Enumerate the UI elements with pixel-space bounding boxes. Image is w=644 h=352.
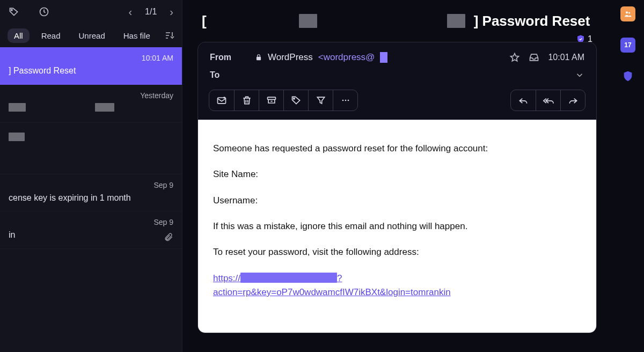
to-label: To <box>210 70 250 80</box>
svg-point-10 <box>626 11 628 13</box>
message-time: Sep 9 <box>9 181 173 189</box>
action-group-right <box>510 90 586 111</box>
redacted-segment <box>240 273 337 283</box>
delete-button[interactable] <box>234 90 259 111</box>
message-time: Sep 9 <box>9 218 173 226</box>
expand-recipients-button[interactable] <box>575 70 584 80</box>
message-time: 10:01 AM <box>548 53 584 62</box>
archive-button[interactable] <box>259 90 283 111</box>
pager: ‹ 1/1 › <box>128 6 173 18</box>
message-time: 10:01 AM <box>9 54 173 62</box>
svg-point-11 <box>628 12 630 13</box>
from-name: WordPress <box>268 52 313 63</box>
forward-button[interactable] <box>560 90 585 111</box>
link-line2: action=rp&key=oP7w0wdwamcfIW7ikBXt&login… <box>213 287 451 297</box>
body-paragraph: Username: <box>213 194 581 208</box>
clock-icon[interactable] <box>39 6 49 17</box>
filter-read[interactable]: Read <box>35 28 67 43</box>
svg-point-6 <box>293 98 294 99</box>
subject-bar: [ ] Password Reset <box>197 0 597 42</box>
filter-button[interactable] <box>308 90 333 111</box>
message-body: Someone has requested a password reset f… <box>198 120 596 333</box>
app-rail: 17 <box>612 0 644 352</box>
message-list-pane: ‹ 1/1 › All Read Unread Has file 10:01 A… <box>0 0 182 352</box>
svg-point-8 <box>345 100 346 101</box>
message-subject: in <box>9 230 173 241</box>
svg-point-4 <box>223 97 225 99</box>
header-meta: 10:01 AM <box>509 52 584 63</box>
action-group-left <box>209 90 358 111</box>
star-button[interactable] <box>509 52 520 63</box>
lock-icon <box>255 53 262 62</box>
message-subject: cense key is expiring in 1 month <box>9 193 173 204</box>
reply-all-button[interactable] <box>536 90 560 111</box>
link-suffix1: ? <box>337 273 342 283</box>
body-paragraph: Site Name: <box>213 167 581 181</box>
security-rail-button[interactable] <box>620 69 635 84</box>
attachment-icon <box>164 232 173 242</box>
calendar-rail-button[interactable]: 17 <box>620 38 635 53</box>
svg-point-7 <box>342 100 343 101</box>
from-label: From <box>210 53 250 62</box>
body-paragraph: If this was a mistake, ignore this email… <box>213 219 581 233</box>
reply-button[interactable] <box>511 90 536 111</box>
prev-page-button[interactable]: ‹ <box>128 6 132 18</box>
reset-link[interactable]: https://?action=rp&key=oP7w0wdwamcfIW7ik… <box>213 272 581 300</box>
message-list: 10:01 AM ] Password Reset Yesterday Sep … <box>0 47 182 352</box>
message-card: From WordPress <wordpress@ 10:01 AM <box>197 42 597 333</box>
label-button[interactable] <box>283 90 308 111</box>
message-item[interactable]: Sep 9 in <box>0 211 182 249</box>
from-value[interactable]: WordPress <wordpress@ <box>255 52 504 63</box>
svg-rect-2 <box>257 57 261 60</box>
svg-point-0 <box>11 10 12 11</box>
list-topbar: ‹ 1/1 › <box>0 0 182 24</box>
calendar-date: 17 <box>624 41 631 49</box>
message-item[interactable]: Yesterday <box>0 85 182 123</box>
message-item[interactable]: Sep 9 cense key is expiring in 1 month <box>0 174 182 212</box>
message-item[interactable]: 10:01 AM ] Password Reset <box>0 47 182 85</box>
filter-all[interactable]: All <box>8 28 30 43</box>
message-subject <box>9 133 173 144</box>
svg-point-9 <box>347 100 349 101</box>
page-indicator: 1/1 <box>145 7 157 17</box>
filter-bar: All Read Unread Has file <box>0 24 182 47</box>
message-toolbar <box>198 87 596 120</box>
from-address-prefix: <wordpress@ <box>318 52 375 63</box>
subject-text: ] Password Reset <box>474 13 590 30</box>
inbox-icon[interactable] <box>529 52 539 63</box>
contacts-rail-button[interactable] <box>620 6 635 21</box>
filter-unread[interactable]: Unread <box>72 28 112 43</box>
subject-bracket-open: [ <box>202 13 207 30</box>
reading-pane: [ ] Password Reset 1 From WordPress <wor… <box>182 0 612 352</box>
message-subject <box>9 103 173 115</box>
sort-button[interactable] <box>165 31 174 40</box>
body-paragraph: Someone has requested a password reset f… <box>213 142 581 156</box>
svg-rect-5 <box>267 97 275 99</box>
message-subject: ] Password Reset <box>9 65 173 77</box>
mark-unread-button[interactable] <box>209 90 234 111</box>
message-item[interactable] <box>0 123 182 174</box>
link-prefix: https:// <box>213 273 240 283</box>
filter-hasfile[interactable]: Has file <box>117 28 157 43</box>
redacted-segment <box>380 52 387 63</box>
more-button[interactable] <box>333 90 357 111</box>
tag-icon[interactable] <box>9 6 19 17</box>
body-paragraph: To reset your password, visit the follow… <box>213 245 581 259</box>
message-header: From WordPress <wordpress@ 10:01 AM <box>198 42 596 87</box>
message-time: Yesterday <box>9 91 173 100</box>
next-page-button[interactable]: › <box>170 6 173 18</box>
